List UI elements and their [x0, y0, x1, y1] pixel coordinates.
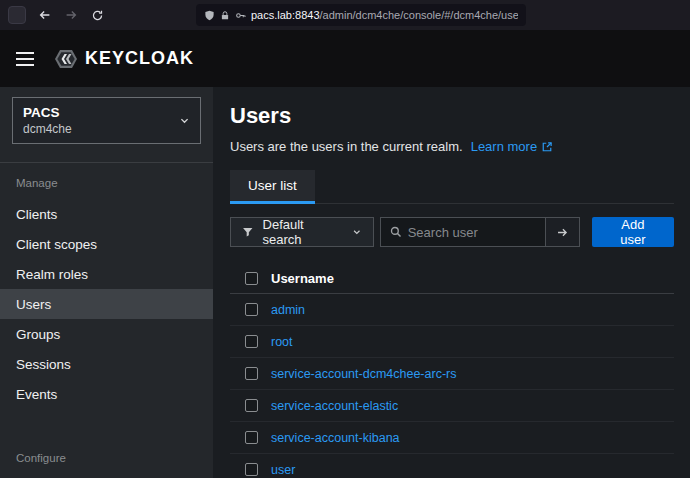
- back-arrow-icon: [38, 8, 52, 22]
- table-header-row: Username: [230, 264, 674, 294]
- reload-icon: [91, 9, 104, 22]
- search-icon: [390, 226, 402, 238]
- chevron-down-icon: [179, 112, 190, 130]
- page-body: PACS dcm4che Manage Clients Client scope…: [0, 87, 690, 478]
- brand-text: KEYCLOAK: [85, 48, 194, 69]
- key-icon[interactable]: [235, 10, 246, 21]
- shield-icon[interactable]: [204, 10, 215, 21]
- filter-label: Default search: [263, 217, 344, 247]
- username-link[interactable]: admin: [271, 303, 305, 317]
- lock-icon[interactable]: [220, 10, 230, 21]
- username-link[interactable]: service-account-dcm4chee-arc-rs: [271, 367, 456, 381]
- realm-name: PACS: [23, 105, 190, 120]
- username-link[interactable]: service-account-elastic: [271, 399, 398, 413]
- filter-icon: [242, 226, 254, 238]
- users-toolbar: Default search Add user: [230, 217, 674, 247]
- reload-button[interactable]: [84, 4, 110, 26]
- page-subtitle: Users are the users in the current realm…: [230, 139, 463, 154]
- forward-arrow-icon: [64, 8, 78, 22]
- sidebar-item-groups[interactable]: Groups: [0, 319, 213, 349]
- search-box: [380, 217, 580, 247]
- external-link-icon: [541, 141, 553, 153]
- keycloak-masthead: KEYCLOAK: [0, 30, 690, 87]
- sidebar-item-events[interactable]: Events: [0, 379, 213, 409]
- back-button[interactable]: [32, 4, 58, 26]
- url-host: pacs.lab:8843: [251, 9, 320, 21]
- username-link[interactable]: service-account-kibana: [271, 431, 400, 445]
- row-checkbox[interactable]: [245, 431, 258, 444]
- sidebar-item-label: Realm roles: [16, 267, 88, 282]
- realm-current: dcm4che: [23, 122, 190, 136]
- sidebar-item-label: Users: [16, 297, 51, 312]
- sidebar-item-users[interactable]: Users: [0, 289, 213, 319]
- browser-app-icon[interactable]: [8, 6, 26, 24]
- tab-user-list[interactable]: User list: [230, 170, 315, 204]
- username-column-header: Username: [271, 271, 334, 286]
- realm-switcher[interactable]: PACS dcm4che: [12, 97, 201, 144]
- sidebar: PACS dcm4che Manage Clients Client scope…: [0, 87, 213, 478]
- sidebar-item-label: Sessions: [16, 357, 71, 372]
- sidebar-section-configure: Configure: [0, 438, 213, 478]
- row-checkbox[interactable]: [245, 399, 258, 412]
- row-checkbox[interactable]: [245, 367, 258, 380]
- add-user-button[interactable]: Add user: [592, 217, 674, 247]
- username-link[interactable]: user: [271, 463, 295, 477]
- sidebar-item-realm-roles[interactable]: Realm roles: [0, 259, 213, 289]
- row-checkbox[interactable]: [245, 463, 258, 476]
- url-bar[interactable]: pacs.lab:8843/admin/dcm4che/console/#/dc…: [196, 4, 526, 26]
- username-link[interactable]: root: [271, 335, 293, 349]
- table-row: user: [230, 454, 674, 478]
- arrow-right-icon: [556, 226, 569, 239]
- browser-toolbar: pacs.lab:8843/admin/dcm4che/console/#/dc…: [0, 0, 690, 30]
- sidebar-item-label: Events: [16, 387, 57, 402]
- sidebar-item-sessions[interactable]: Sessions: [0, 349, 213, 379]
- main-content: Users Users are the users in the current…: [213, 87, 690, 478]
- tab-label: User list: [248, 178, 297, 193]
- search-submit-button[interactable]: [545, 218, 579, 246]
- sidebar-item-label: Client scopes: [16, 237, 97, 252]
- table-row: admin: [230, 294, 674, 326]
- sidebar-item-label: Clients: [16, 207, 57, 222]
- keycloak-brand[interactable]: KEYCLOAK: [54, 47, 194, 71]
- sidebar-section-manage: Manage: [0, 163, 213, 199]
- row-checkbox[interactable]: [245, 303, 258, 316]
- screen: pacs.lab:8843/admin/dcm4che/console/#/dc…: [0, 0, 690, 478]
- table-row: root: [230, 326, 674, 358]
- chevron-down-icon: [352, 227, 362, 237]
- sidebar-item-label: Groups: [16, 327, 60, 342]
- learn-more-label: Learn more: [471, 139, 537, 154]
- row-checkbox[interactable]: [245, 335, 258, 348]
- url-text: pacs.lab:8843/admin/dcm4che/console/#/dc…: [251, 9, 518, 21]
- search-input[interactable]: [408, 225, 545, 240]
- forward-button[interactable]: [58, 4, 84, 26]
- users-table: Username admin root service-account-dcm4…: [230, 264, 674, 478]
- tab-bar: User list: [230, 170, 674, 204]
- nav-toggle-button[interactable]: [16, 52, 34, 66]
- select-all-checkbox[interactable]: [245, 272, 258, 285]
- sidebar-item-clients[interactable]: Clients: [0, 199, 213, 229]
- page-title: Users: [230, 103, 674, 129]
- learn-more-link[interactable]: Learn more: [471, 139, 553, 154]
- table-row: service-account-kibana: [230, 422, 674, 454]
- keycloak-logo-icon: [54, 47, 78, 71]
- table-row: service-account-elastic: [230, 390, 674, 422]
- search-type-dropdown[interactable]: Default search: [230, 217, 374, 247]
- table-row: service-account-dcm4chee-arc-rs: [230, 358, 674, 390]
- url-path: /admin/dcm4che/console/#/dcm4che/users: [320, 9, 519, 21]
- sidebar-spacer: [0, 409, 213, 438]
- hamburger-icon: [16, 52, 34, 54]
- sidebar-item-client-scopes[interactable]: Client scopes: [0, 229, 213, 259]
